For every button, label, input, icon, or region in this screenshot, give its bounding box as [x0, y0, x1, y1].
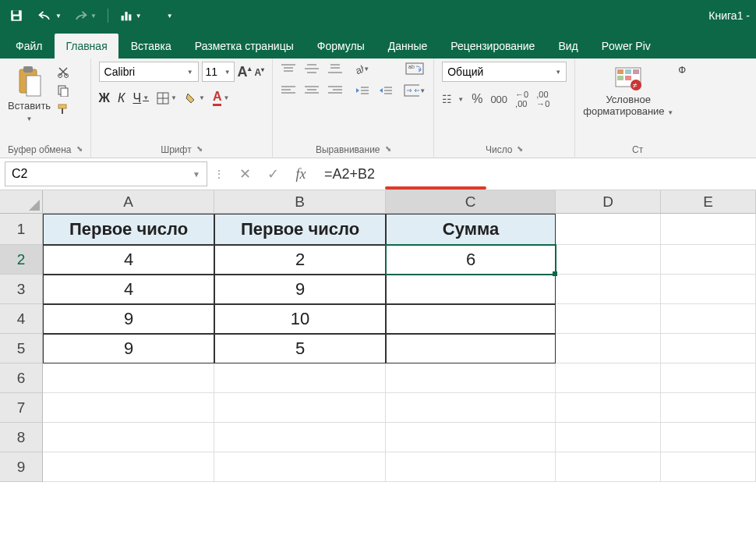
increase-decimal-icon[interactable]: ←0,00 [515, 90, 528, 108]
cell[interactable]: 4 [43, 275, 214, 304]
cell[interactable] [386, 304, 556, 334]
comma-format-icon[interactable]: 000 [490, 94, 507, 105]
dialog-launcher-icon[interactable]: ⬊ [76, 144, 83, 155]
cell[interactable] [386, 363, 556, 393]
increase-indent-icon[interactable] [377, 83, 393, 98]
increase-font-icon[interactable]: A▴ [238, 64, 252, 80]
cell[interactable] [556, 214, 661, 245]
align-right-icon[interactable] [327, 83, 343, 98]
dialog-launcher-icon[interactable]: ⬊ [385, 144, 391, 155]
cut-icon[interactable] [55, 65, 71, 79]
row-header[interactable]: 4 [0, 304, 43, 334]
cell[interactable] [43, 363, 214, 393]
cell[interactable]: 9 [43, 334, 214, 363]
bold-button[interactable]: Ж [99, 91, 110, 105]
paste-button[interactable]: Вставить▼ [8, 65, 51, 124]
chevron-down-icon[interactable]: ▼ [90, 12, 97, 20]
row-header[interactable]: 7 [0, 393, 43, 423]
decrease-decimal-icon[interactable]: ,00→0 [536, 90, 549, 108]
row-header[interactable]: 1 [0, 214, 43, 245]
format-as-table-button[interactable]: Ф [678, 65, 692, 76]
cell[interactable] [386, 334, 556, 363]
tab-file[interactable]: Файл [5, 34, 53, 58]
row-header[interactable]: 3 [0, 275, 43, 304]
insert-function-icon[interactable]: fx [287, 161, 315, 186]
column-header[interactable]: B [214, 190, 386, 214]
fill-color-button[interactable]: ▼ [185, 92, 205, 105]
align-bottom-icon[interactable] [327, 62, 343, 76]
tab-data[interactable]: Данные [377, 34, 439, 58]
name-box[interactable]: C2▼ [5, 161, 207, 186]
select-all-corner[interactable] [0, 190, 43, 214]
font-name-select[interactable]: Calibri▼ [99, 62, 199, 82]
cell[interactable]: 2 [214, 245, 386, 275]
quick-chart-button[interactable]: ▼ [119, 9, 142, 22]
accounting-format-icon[interactable]: ☷▼ [442, 93, 464, 105]
cell[interactable] [556, 245, 661, 275]
row-header[interactable]: 8 [0, 423, 43, 452]
format-painter-icon[interactable] [55, 102, 71, 116]
chevron-down-icon[interactable]: ▼ [26, 115, 33, 122]
cell[interactable]: 9 [214, 275, 386, 304]
cell[interactable]: 10 [214, 304, 386, 334]
expand-refs-icon[interactable]: ⋮ [207, 168, 231, 180]
chevron-down-icon[interactable]: ▼ [193, 170, 200, 179]
font-size-select[interactable]: 11▼ [202, 62, 235, 82]
tab-view[interactable]: Вид [547, 34, 588, 58]
cell[interactable] [661, 214, 756, 245]
align-center-icon[interactable] [304, 83, 320, 98]
cell[interactable] [386, 452, 556, 482]
cell[interactable] [661, 452, 756, 482]
cell[interactable]: Сумма [386, 214, 556, 245]
cell[interactable] [386, 393, 556, 423]
decrease-font-icon[interactable]: A▾ [255, 66, 265, 78]
percent-format-icon[interactable]: % [472, 92, 482, 106]
save-icon[interactable] [6, 5, 26, 26]
row-header[interactable]: 2 [0, 245, 43, 275]
row-header[interactable]: 5 [0, 334, 43, 363]
cell[interactable] [214, 363, 386, 393]
column-header[interactable]: C [386, 190, 556, 214]
cell[interactable] [661, 393, 756, 423]
cell[interactable] [556, 393, 661, 423]
row-header[interactable]: 6 [0, 363, 43, 393]
tab-insert[interactable]: Вставка [120, 34, 182, 58]
cell[interactable] [661, 334, 756, 363]
undo-button[interactable]: ▼ [37, 9, 62, 22]
cell[interactable] [386, 275, 556, 304]
tab-review[interactable]: Рецензирование [440, 34, 546, 58]
tab-formulas[interactable]: Формулы [306, 34, 376, 58]
number-format-select[interactable]: Общий▼ [442, 62, 567, 82]
underline-button[interactable]: Ч▼ [132, 91, 149, 105]
cell[interactable] [43, 393, 214, 423]
cell[interactable] [661, 245, 756, 275]
cell[interactable] [556, 304, 661, 334]
column-header[interactable]: D [556, 190, 661, 214]
cell[interactable] [556, 423, 661, 452]
cell[interactable] [386, 423, 556, 452]
cell[interactable] [661, 423, 756, 452]
orientation-icon[interactable]: ab▼ [354, 62, 369, 76]
decrease-indent-icon[interactable] [354, 83, 369, 98]
conditional-formatting-button[interactable]: ≠ Условноеформатирование ▼ [583, 65, 673, 118]
row-header[interactable]: 9 [0, 452, 43, 482]
dialog-launcher-icon[interactable]: ⬊ [517, 144, 523, 155]
cell[interactable] [661, 363, 756, 393]
cancel-formula-icon[interactable]: ✕ [231, 161, 259, 186]
redo-button[interactable]: ▼ [72, 9, 97, 22]
customize-qat-icon[interactable]: ▼ [167, 12, 173, 20]
cell[interactable] [556, 363, 661, 393]
cell[interactable] [556, 452, 661, 482]
chevron-down-icon[interactable]: ▼ [136, 12, 142, 20]
cell[interactable]: 6 [386, 245, 556, 275]
cell[interactable] [43, 452, 214, 482]
align-middle-icon[interactable] [304, 62, 320, 76]
cell[interactable] [214, 423, 386, 452]
tab-home[interactable]: Главная [55, 34, 118, 58]
wrap-text-icon[interactable]: ab [404, 62, 426, 76]
dialog-launcher-icon[interactable]: ⬊ [196, 144, 203, 155]
cell[interactable]: 4 [43, 245, 214, 275]
column-header[interactable]: A [43, 190, 214, 214]
cell[interactable]: Первое число [43, 214, 214, 245]
cell[interactable]: 5 [214, 334, 386, 363]
